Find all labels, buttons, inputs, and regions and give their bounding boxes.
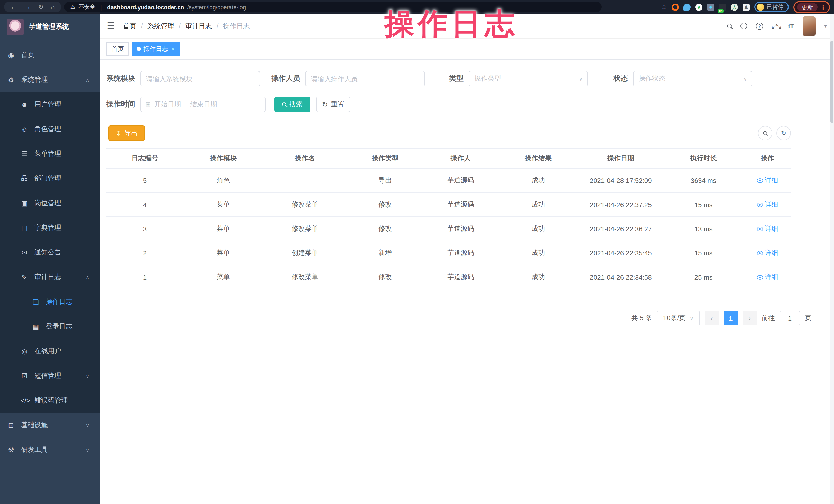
toolbox-icon: ⚒ xyxy=(7,446,15,454)
cell-operation-name: 修改菜单 xyxy=(263,265,347,289)
next-page-button[interactable]: › xyxy=(743,311,757,325)
breadcrumb-system[interactable]: 系统管理 xyxy=(148,21,174,30)
user-avatar[interactable] xyxy=(803,16,815,36)
sidebar-item-sms-management[interactable]: ☑ 短信管理 ∨ xyxy=(0,364,100,388)
scrollbar-track[interactable] xyxy=(830,14,834,504)
update-button[interactable]: 更新 xyxy=(797,3,817,11)
badge-icon: ▣ xyxy=(21,199,28,207)
dictionary-icon: ▤ xyxy=(21,224,28,232)
sidebar-item-menu-management[interactable]: ☰ 菜单管理 xyxy=(0,141,100,166)
sidebar-item-label: 操作日志 xyxy=(46,297,72,306)
role-icon: ☺ xyxy=(21,125,28,133)
user-icon: ☻ xyxy=(21,101,28,108)
sidebar-item-role-management[interactable]: ☺ 角色管理 xyxy=(0,117,100,141)
profile-paused-pill[interactable]: 已暂停 xyxy=(754,2,789,12)
extensions-puzzle-icon[interactable]: ♟ xyxy=(743,3,750,10)
module-input[interactable] xyxy=(140,71,260,86)
tag-home[interactable]: 首页 xyxy=(106,42,129,56)
detail-link[interactable]: 详细 xyxy=(757,272,778,282)
fullscreen-icon[interactable]: ⤢⤡ xyxy=(772,22,780,30)
home-icon[interactable]: ⌂ xyxy=(51,4,55,10)
detail-link[interactable]: 详细 xyxy=(757,200,778,209)
font-size-icon[interactable]: tT xyxy=(788,22,794,29)
github-icon[interactable] xyxy=(741,23,747,29)
sidebar-item-audit-log[interactable]: ✎ 审计日志 ∧ xyxy=(0,265,100,289)
detail-link[interactable]: 详细 xyxy=(757,224,778,233)
cell-log-id: 1 xyxy=(106,265,183,289)
breadcrumb-home[interactable]: 首页 xyxy=(123,21,136,30)
extension-icon-green[interactable]: v xyxy=(695,3,702,10)
sidebar-item-home[interactable]: ◉ 首页 xyxy=(0,43,100,67)
sidebar-item-login-log[interactable]: ▦ 登录日志 xyxy=(0,314,100,339)
breadcrumb: 首页 / 系统管理 / 审计日志 / 操作日志 xyxy=(123,21,250,30)
sidebar-item-dev-tools[interactable]: ⚒ 研发工具 ∨ xyxy=(0,437,100,462)
sidebar-item-operate-log[interactable]: ❏ 操作日志 xyxy=(0,289,100,314)
reset-button[interactable]: ↻ 重置 xyxy=(316,96,350,112)
sidebar-item-post-management[interactable]: ▣ 岗位管理 xyxy=(0,191,100,215)
reload-icon[interactable]: ↻ xyxy=(38,4,44,10)
update-chip[interactable]: 更新 ⋮ xyxy=(793,1,830,13)
help-icon[interactable]: ? xyxy=(756,22,763,29)
bookmark-star-icon[interactable]: ☆ xyxy=(661,3,667,11)
goto-page-input[interactable] xyxy=(780,311,800,325)
date-range-picker[interactable]: ⊞ 开始日期 - 结束日期 xyxy=(140,96,266,112)
page-size-select[interactable]: 10条/页 ∨ xyxy=(657,311,700,325)
breadcrumb-separator: / xyxy=(179,22,181,30)
type-select[interactable]: 操作类型 ∨ xyxy=(469,71,588,86)
operator-input[interactable] xyxy=(305,71,425,86)
chevron-down-icon: ∨ xyxy=(86,447,89,453)
org-tree-icon: 品 xyxy=(21,174,28,183)
extension-on-badge: on xyxy=(718,9,724,13)
app-title: 芋道管理系统 xyxy=(29,22,69,31)
cell-duration: 13 ms xyxy=(663,217,744,241)
back-icon[interactable]: ← xyxy=(10,4,17,10)
export-button-label: 导出 xyxy=(124,129,138,138)
extension-icon-drop[interactable] xyxy=(683,3,690,10)
extension-icon-switch[interactable]: on xyxy=(719,3,726,10)
sidebar-item-system-management[interactable]: ⚙ 系统管理 ∧ xyxy=(0,67,100,92)
app-logo[interactable]: 芋道管理系统 xyxy=(0,14,100,40)
extension-icon-sprout[interactable]: 人 xyxy=(731,3,738,10)
col-operation-type: 操作类型 xyxy=(347,148,423,168)
sidebar-item-notice[interactable]: ✉ 通知公告 xyxy=(0,240,100,265)
chevron-down-icon: ∨ xyxy=(743,76,747,82)
detail-link[interactable]: 详细 xyxy=(757,176,778,185)
eye-icon xyxy=(757,275,763,279)
cell-date: 2021-04-26 22:35:45 xyxy=(578,241,663,265)
collapse-sidebar-icon[interactable]: ☰ xyxy=(107,21,115,31)
sidebar-item-department-management[interactable]: 品 部门管理 xyxy=(0,166,100,191)
current-page-button[interactable]: 1 xyxy=(724,311,738,325)
cell-actions: 详细 xyxy=(744,265,791,289)
search-button[interactable]: 搜索 xyxy=(275,96,310,112)
filter-operator: 操作人员 xyxy=(271,71,425,86)
breadcrumb-operate-log: 操作日志 xyxy=(223,21,250,30)
refresh-table-button[interactable]: ↻ xyxy=(776,126,791,140)
detail-link[interactable]: 详细 xyxy=(757,248,778,258)
extension-icon-gray[interactable]: ◆ xyxy=(707,3,714,10)
sidebar-item-label: 审计日志 xyxy=(35,272,61,282)
sidebar-item-user-management[interactable]: ☻ 用户管理 xyxy=(0,92,100,117)
sidebar-item-dictionary-management[interactable]: ▤ 字典管理 xyxy=(0,215,100,240)
avatar-caret-icon[interactable]: ▾ xyxy=(824,23,827,29)
export-button[interactable]: ↧ 导出 xyxy=(108,126,145,141)
extension-icon-orange[interactable] xyxy=(672,3,679,10)
toggle-search-button[interactable] xyxy=(758,126,772,140)
search-icon[interactable] xyxy=(727,24,732,28)
address-bar[interactable]: ⚠ 不安全 | dashboard.yudao.iocoder.cn/syste… xyxy=(64,2,602,12)
tag-operate-log[interactable]: 操作日志 × xyxy=(132,42,180,56)
prev-page-button[interactable]: ‹ xyxy=(704,311,719,325)
sidebar-item-label: 系统管理 xyxy=(21,75,48,84)
close-tag-icon[interactable]: × xyxy=(172,46,175,52)
sidebar-item-online-users[interactable]: ◎ 在线用户 xyxy=(0,339,100,364)
operate-log-table: 日志编号 操作模块 操作名 操作类型 操作人 操作结果 操作日期 执行时长 操作… xyxy=(106,148,791,289)
status-select[interactable]: 操作状态 ∨ xyxy=(633,71,752,86)
forward-icon[interactable]: → xyxy=(24,4,31,10)
browser-menu-icon[interactable]: ⋮ xyxy=(820,3,826,10)
breadcrumb-audit-log[interactable]: 审计日志 xyxy=(185,21,212,30)
cell-result: 成功 xyxy=(498,193,578,217)
sidebar-item-error-code-management[interactable]: </> 错误码管理 xyxy=(0,388,100,413)
cell-operator: 芋道源码 xyxy=(423,193,498,217)
sidebar-item-infrastructure[interactable]: ⊡ 基础设施 ∨ xyxy=(0,413,100,437)
cell-operator: 芋道源码 xyxy=(423,217,498,241)
scrollbar-thumb[interactable] xyxy=(830,41,833,123)
